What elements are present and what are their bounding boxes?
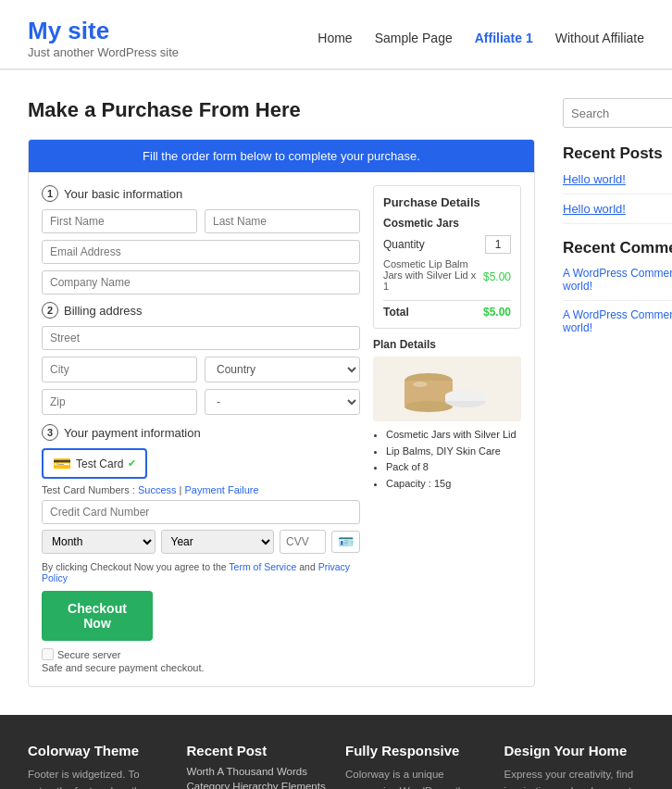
- plan-feature-3: Capacity : 15g: [386, 476, 521, 493]
- plan-features-list: Cosmetic Jars with Silver Lid Lip Balms,…: [373, 427, 521, 492]
- success-link[interactable]: Success: [138, 484, 177, 495]
- last-name-input[interactable]: [205, 209, 360, 233]
- purchase-details-title: Purchase Details: [383, 195, 511, 209]
- secure-checkbox[interactable]: [42, 648, 54, 660]
- year-select[interactable]: Year: [161, 530, 275, 554]
- secure-label: Secure server: [57, 649, 120, 660]
- payment-expiry-row: Month Year 🪪: [42, 530, 360, 554]
- purchase-details: Purchase Details Cosmetic Jars Quantity …: [373, 185, 521, 329]
- sidebar-post-0[interactable]: Hello world!: [563, 172, 672, 186]
- month-select[interactable]: Month: [42, 530, 156, 554]
- card-label: Test Card: [76, 457, 123, 470]
- test-card-links: Test Card Numbers : Success | Payment Fa…: [42, 484, 360, 495]
- zip-row: -: [42, 389, 360, 415]
- card-check-icon: ✔: [128, 457, 136, 470]
- city-input[interactable]: [42, 357, 197, 382]
- comment-1: A WordPress Commenter on Hello world!: [563, 308, 672, 334]
- cc-number-input[interactable]: [42, 500, 360, 524]
- sidebar: 🔍 Recent Posts Hello world! Hello world!…: [563, 98, 672, 687]
- email-input[interactable]: [42, 240, 360, 264]
- name-row: [42, 209, 360, 233]
- zip-input[interactable]: [42, 389, 197, 415]
- cvv-input[interactable]: [280, 530, 326, 554]
- total-price: $5.00: [483, 306, 511, 319]
- page-title: Make a Purchase From Here: [28, 98, 535, 122]
- secure-row: Secure server: [42, 648, 360, 660]
- svg-point-6: [413, 382, 428, 387]
- footer-col1-title: Colorway Theme: [28, 743, 168, 758]
- site-footer: Colorway Theme Footer is widgetized. To …: [0, 715, 672, 789]
- quantity-value: 1: [485, 235, 511, 254]
- plan-details: Plan Details: [373, 338, 521, 492]
- section-num-3: 3: [42, 424, 58, 441]
- quantity-label: Quantity: [383, 238, 425, 251]
- plan-image: [373, 357, 521, 421]
- section-num-1: 1: [42, 185, 58, 202]
- state-select[interactable]: -: [205, 389, 360, 415]
- section-billing-text: Billing address: [64, 304, 143, 318]
- footer-col4-title: Design Your Home: [504, 743, 645, 758]
- street-input[interactable]: [42, 326, 360, 350]
- main-nav: Home Sample Page Affiliate 1 Without Aff…: [317, 31, 644, 45]
- email-row: [42, 240, 360, 264]
- failure-link[interactable]: Payment Failure: [185, 484, 259, 495]
- first-name-input[interactable]: [42, 209, 197, 233]
- footer-col3-title: Fully Responsive: [345, 743, 486, 758]
- quantity-row: Quantity 1: [383, 235, 511, 254]
- sidebar-post-1[interactable]: Hello world!: [563, 202, 672, 216]
- search-input[interactable]: [564, 101, 672, 126]
- footer-col-2: Recent Post Worth A Thousand Words Categ…: [187, 743, 328, 789]
- item-price: $5.00: [483, 270, 511, 283]
- section-num-2: 2: [42, 302, 58, 319]
- country-select[interactable]: Country: [205, 357, 360, 382]
- footer-post-link-1[interactable]: Category Hierarchy Elements: [187, 781, 328, 789]
- section-payment-label: 3 Your payment information: [42, 424, 360, 441]
- form-body: 1 Your basic information: [29, 172, 534, 686]
- card-back-icon: 🪪: [331, 531, 360, 553]
- search-box: 🔍: [563, 98, 672, 128]
- safe-text: Safe and secure payment checkout.: [42, 662, 360, 673]
- site-header: My site Just another WordPress site Home…: [0, 0, 672, 69]
- recent-comments-section: Recent Comments A WordPress Commenter on…: [563, 239, 672, 334]
- form-card-header: Fill the order form below to complete yo…: [29, 140, 534, 172]
- checkout-button[interactable]: Checkout Now: [42, 591, 153, 641]
- total-label: Total: [383, 306, 409, 319]
- section-payment-text: Your payment information: [64, 426, 201, 440]
- section-billing-label: 2 Billing address: [42, 302, 360, 319]
- main-content: Make a Purchase From Here Fill the order…: [0, 70, 672, 706]
- plan-feature-2: Pack of 8: [386, 459, 521, 476]
- site-title: My site Just another WordPress site: [28, 17, 179, 59]
- recent-posts-title: Recent Posts: [563, 144, 672, 163]
- agree-text: By clicking Checkout Now you agree to th…: [42, 561, 360, 583]
- footer-col3-text: Colorway is a unique responsive WordPres…: [345, 766, 486, 789]
- purchase-form-card: Fill the order form below to complete yo…: [28, 139, 535, 687]
- svg-rect-5: [445, 395, 486, 401]
- nav-without-affiliate[interactable]: Without Affiliate: [555, 31, 644, 45]
- commenter-1[interactable]: A WordPress Commenter: [563, 308, 672, 321]
- section-basic-info-text: Your basic information: [64, 187, 182, 201]
- company-row: [42, 270, 360, 294]
- footer-post-link-0[interactable]: Worth A Thousand Words: [187, 766, 328, 777]
- jar-svg: [387, 357, 507, 421]
- site-tagline: Just another WordPress site: [28, 45, 179, 59]
- card-option-testcard[interactable]: 💳 Test Card ✔: [42, 448, 147, 479]
- plan-feature-0: Cosmetic Jars with Silver Lid: [386, 427, 521, 444]
- form-right-col: Purchase Details Cosmetic Jars Quantity …: [373, 185, 521, 673]
- card-icon: 💳: [53, 455, 71, 472]
- commenter-0[interactable]: A WordPress Commenter: [563, 267, 672, 280]
- recent-posts-section: Recent Posts Hello world! Hello world!: [563, 144, 672, 224]
- footer-col-4: Design Your Home Express your creativity…: [504, 743, 645, 789]
- street-row: [42, 326, 360, 350]
- product-name: Cosmetic Jars: [383, 217, 511, 230]
- item-desc-row: Cosmetic Lip Balm Jars with Silver Lid x…: [383, 258, 511, 295]
- nav-home[interactable]: Home: [317, 31, 352, 45]
- footer-col-3: Fully Responsive Colorway is a unique re…: [345, 743, 486, 789]
- footer-col1-text: Footer is widgetized. To setup the foote…: [28, 766, 168, 789]
- recent-comments-title: Recent Comments: [563, 239, 672, 257]
- nav-sample-page[interactable]: Sample Page: [375, 31, 453, 45]
- item-description: Cosmetic Lip Balm Jars with Silver Lid x…: [383, 258, 483, 292]
- nav-affiliate1[interactable]: Affiliate 1: [475, 31, 533, 45]
- total-row: Total $5.00: [383, 300, 511, 319]
- terms-link[interactable]: Term of Service: [229, 561, 296, 572]
- company-input[interactable]: [42, 270, 360, 294]
